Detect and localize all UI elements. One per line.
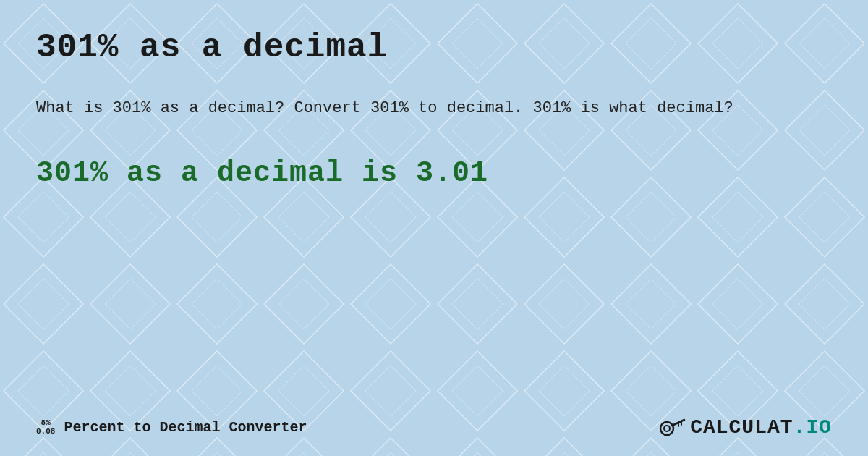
logo: CALCULAT.IO bbox=[657, 413, 832, 442]
logo-text-accent: .IO bbox=[793, 416, 832, 439]
main-content: 301% as a decimal What is 301% as a deci… bbox=[0, 0, 868, 211]
footer-left: 8% 0.08 Percent to Decimal Converter bbox=[36, 418, 307, 436]
svg-point-4 bbox=[660, 422, 673, 435]
result-section: 301% as a decimal is 3.01 bbox=[36, 157, 832, 190]
fraction-top: 8% bbox=[41, 418, 51, 427]
percent-fraction: 8% 0.08 bbox=[36, 418, 55, 436]
fraction-bottom: 0.08 bbox=[36, 427, 55, 436]
page-title: 301% as a decimal bbox=[36, 29, 832, 67]
logo-text-main: CALCULAT bbox=[690, 416, 793, 439]
svg-point-5 bbox=[664, 426, 670, 431]
logo-text: CALCULAT.IO bbox=[690, 416, 832, 439]
footer-label: Percent to Decimal Converter bbox=[64, 419, 307, 436]
result-text: 301% as a decimal is 3.01 bbox=[36, 157, 832, 190]
logo-icon bbox=[657, 413, 686, 442]
description-text: What is 301% as a decimal? Convert 301% … bbox=[36, 96, 832, 121]
footer: 8% 0.08 Percent to Decimal Converter CAL… bbox=[0, 413, 868, 442]
